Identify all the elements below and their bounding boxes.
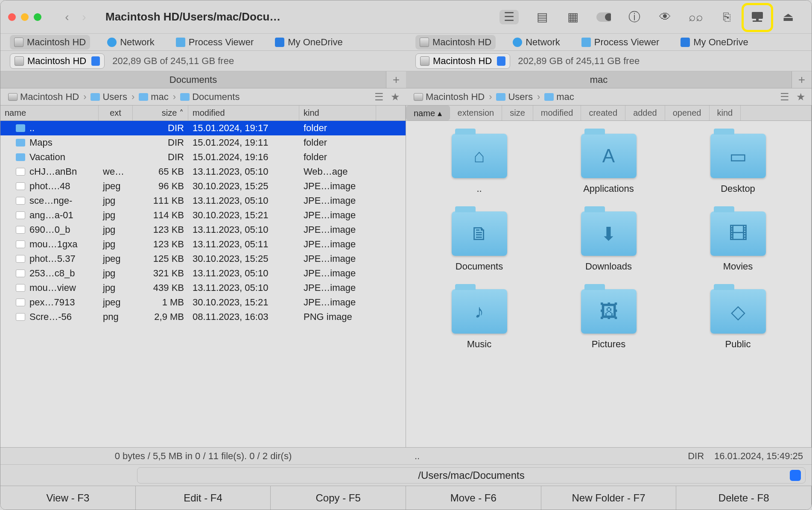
archive-icon[interactable]: ⎘ [719, 10, 734, 24]
back-button[interactable]: ‹ [58, 10, 76, 24]
close-button[interactable] [8, 13, 16, 21]
new-tab-right[interactable]: + [792, 71, 812, 88]
col-size[interactable]: size ˄ [133, 106, 188, 120]
status-right-dir: DIR [688, 451, 704, 462]
col-added[interactable]: added [625, 106, 665, 120]
eject-icon[interactable]: ⏏ [781, 10, 795, 24]
crumb-macintosh-hd[interactable]: Macintosh HD› [8, 91, 88, 103]
col-created[interactable]: created [581, 106, 625, 120]
fn-edit[interactable]: Edit - F4 [136, 486, 271, 510]
toggle-switch-icon[interactable] [596, 10, 611, 24]
file-row[interactable]: phot…5.37jpeg125 KB30.10.2023, 15:25JPE…… [0, 252, 406, 266]
file-row[interactable]: cHJ…anBnwe…65 KB13.11.2023, 05:10Web…age [0, 164, 406, 179]
file-icon [16, 197, 25, 205]
file-row[interactable]: phot….48jpeg96 KB30.10.2023, 15:25JPE…im… [0, 179, 406, 193]
file-row[interactable]: mou…1gxajpg123 KB13.11.2023, 05:11JPE…im… [0, 237, 406, 252]
folder-movies[interactable]: 🎞Movies [682, 211, 794, 272]
col-modified[interactable]: modified [533, 106, 581, 120]
fn-move[interactable]: Move - F6 [406, 486, 541, 510]
favorite-process-viewer[interactable]: Process Viewer [577, 35, 663, 50]
favorite-star-icon[interactable]: ★ [796, 91, 806, 103]
file-row[interactable]: VacationDIR15.01.2024, 19:16folder [0, 150, 406, 164]
folder-icon [139, 93, 148, 101]
crumb-mac[interactable]: mac [544, 91, 574, 103]
fn-delete[interactable]: Delete - F8 [676, 486, 812, 510]
volume-selector-left[interactable]: Macintosh HD [10, 53, 105, 69]
folder-documents[interactable]: 🗎Documents [423, 211, 535, 272]
network-share-icon[interactable] [750, 10, 765, 24]
minimize-button[interactable] [21, 13, 29, 21]
crumb-users[interactable]: Users› [91, 91, 136, 103]
favorite-process-viewer[interactable]: Process Viewer [172, 35, 258, 50]
volume-selector-right[interactable]: Macintosh HD [415, 53, 510, 69]
tab-left[interactable]: Documents [0, 71, 386, 88]
list-mode-icon[interactable]: ☰ [374, 91, 384, 103]
path-field[interactable]: /Users/mac/Documents [137, 467, 806, 484]
list-mode-icon[interactable]: ☰ [780, 91, 789, 103]
crumb-documents[interactable]: Documents [180, 91, 240, 103]
file-row[interactable]: ..DIR15.01.2024, 19:17folder [0, 121, 406, 135]
file-icon [16, 182, 25, 190]
folder-pictures[interactable]: 🖼Pictures [552, 289, 665, 350]
file-icon [16, 299, 25, 306]
folder-applications[interactable]: AApplications [552, 134, 665, 194]
panes: name ext size ˄ modified kind ..DIR15.01… [0, 106, 812, 447]
favorite-network[interactable]: Network [508, 35, 564, 50]
file-row[interactable]: sce…nge-jpg111 KB13.11.2023, 05:10JPE…im… [0, 193, 406, 208]
folder-icon [16, 124, 25, 132]
col-modified[interactable]: modified [188, 106, 299, 120]
disk-icon [420, 38, 429, 47]
status-right-date: 16.01.2024, 15:49:25 [714, 451, 803, 462]
crumb-mac[interactable]: mac› [139, 91, 178, 103]
col-kind[interactable]: kind [710, 106, 741, 120]
info-icon[interactable]: ⓘ [627, 10, 642, 24]
folder-parentparent[interactable]: ⌂.. [423, 134, 535, 194]
view-list-icon[interactable]: ☰ [499, 10, 519, 24]
binoculars-icon[interactable]: ⌕⌕ [689, 10, 703, 24]
folder-icon: ⌂ [452, 134, 507, 178]
new-tab-left[interactable]: + [386, 71, 406, 88]
view-columns-icon[interactable]: ▤ [535, 10, 549, 24]
col-size[interactable]: size [502, 106, 533, 120]
file-row[interactable]: 690…0_bjpg123 KB13.11.2023, 05:10JPE…ima… [0, 223, 406, 237]
file-row[interactable]: Scre…-56png2,9 MB08.11.2023, 16:03PNG im… [0, 310, 406, 324]
file-row[interactable]: 253…c8_bjpg321 KB13.11.2023, 05:10JPE…im… [0, 266, 406, 281]
status-left: 0 bytes / 5,5 MB in 0 / 11 file(s). 0 / … [115, 451, 292, 462]
favorite-macintosh-hd[interactable]: Macintosh HD [10, 35, 90, 50]
zoom-button[interactable] [34, 13, 41, 21]
crumb-users[interactable]: Users› [496, 91, 542, 103]
col-ext[interactable]: ext [99, 106, 133, 120]
file-list[interactable]: ..DIR15.01.2024, 19:17folderMapsDIR15.01… [0, 121, 406, 447]
favorite-macintosh-hd[interactable]: Macintosh HD [415, 35, 496, 50]
folder-public[interactable]: ◇Public [682, 289, 794, 350]
file-row[interactable]: ang…a-01jpg114 KB30.10.2023, 15:21JPE…im… [0, 208, 406, 223]
favorite-network[interactable]: Network [103, 35, 159, 50]
file-row[interactable]: MapsDIR15.01.2024, 19:11folder [0, 135, 406, 150]
folder-desktop[interactable]: ▭Desktop [682, 134, 794, 194]
file-row[interactable]: pex…7913jpeg1 MB30.10.2023, 15:21JPE…ima… [0, 295, 406, 310]
forward-button[interactable]: › [76, 10, 93, 24]
quicklook-icon[interactable]: 👁 [658, 10, 672, 24]
icon-view[interactable]: ⌂..AApplications▭Desktop🗎Documents⬇Downl… [406, 121, 811, 447]
col-kind[interactable]: kind [299, 106, 376, 120]
folder-icon: 🗎 [452, 211, 507, 256]
col-name[interactable]: name ▴ [406, 106, 450, 120]
tab-right[interactable]: mac [406, 71, 792, 88]
col-extension[interactable]: extension [450, 106, 502, 120]
view-grid-icon[interactable]: ▦ [566, 10, 580, 24]
fn-view[interactable]: View - F3 [0, 486, 136, 510]
favorite-my-onedrive[interactable]: My OneDrive [271, 35, 347, 50]
fn-new[interactable]: New Folder - F7 [541, 486, 677, 510]
favorite-star-icon[interactable]: ★ [391, 91, 400, 103]
folder-music[interactable]: ♪Music [423, 289, 535, 350]
col-name[interactable]: name [0, 106, 99, 120]
fn-copy[interactable]: Copy - F5 [271, 486, 406, 510]
file-row[interactable]: mou…viewjpg439 KB13.11.2023, 05:10JPE…im… [0, 281, 406, 295]
folder-downloads[interactable]: ⬇Downloads [552, 211, 665, 272]
column-header-left: name ext size ˄ modified kind [0, 106, 406, 121]
folder-icon: 🎞 [710, 211, 766, 256]
crumb-macintosh-hd[interactable]: Macintosh HD› [414, 91, 494, 103]
free-space-right: 202,89 GB of 245,11 GB free [518, 56, 640, 67]
col-opened[interactable]: opened [665, 106, 710, 120]
favorite-my-onedrive[interactable]: My OneDrive [676, 35, 752, 50]
